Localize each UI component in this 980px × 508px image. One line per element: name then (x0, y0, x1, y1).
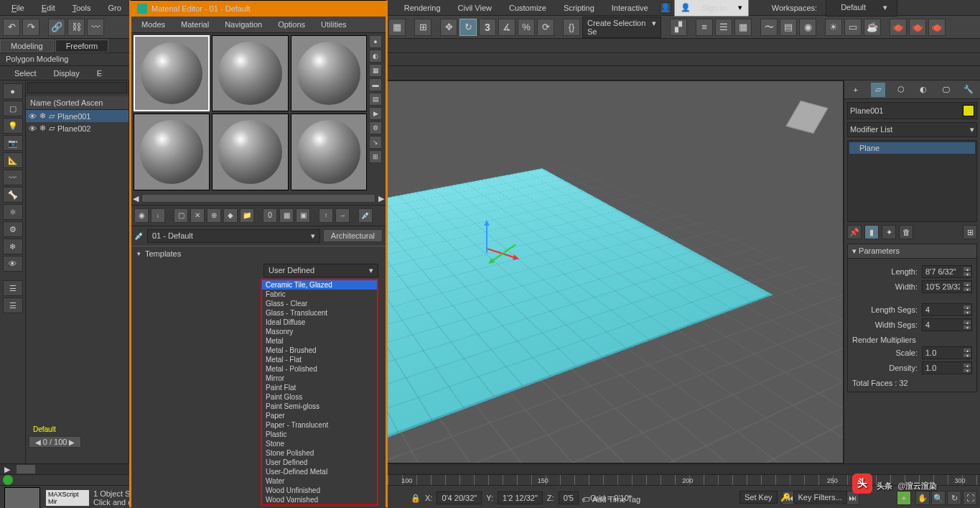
bone-icon[interactable]: 🦴 (3, 187, 23, 203)
dd-item[interactable]: Paper - Translucent (262, 420, 377, 430)
tab-e[interactable]: E (88, 68, 111, 79)
material-id-icon[interactable]: 0 (263, 208, 277, 223)
time-slider-value[interactable]: ◀ 0 / 100 ▶ (29, 436, 81, 448)
orbit-icon[interactable]: ↻ (947, 491, 961, 505)
object-name-field[interactable] (847, 102, 977, 119)
unlink-button[interactable]: ⛓ (67, 19, 85, 36)
tab-create[interactable]: + (849, 83, 863, 97)
add-time-tag[interactable]: 🏷Add Time Tag (582, 495, 640, 504)
scene-item-plane002[interactable]: 👁❄ ▱ Plane002 (26, 122, 129, 134)
dd-item[interactable]: Glass - Clear (262, 299, 377, 308)
dd-item[interactable]: Metal (262, 336, 377, 346)
atom-icon[interactable]: ⚛ (3, 204, 23, 220)
dd-item[interactable]: Wood Varnished (262, 495, 377, 504)
dd-item[interactable]: Wood Unfinished (262, 486, 377, 495)
go-parent-icon[interactable]: ↑ (319, 208, 333, 223)
reset-map-icon[interactable]: ✕ (190, 208, 205, 223)
material-editor-button[interactable]: ◉ (799, 19, 816, 36)
percent-snap[interactable]: % (518, 19, 535, 36)
video-check-icon[interactable]: ▤ (369, 93, 382, 106)
sample-slot-4[interactable] (134, 114, 210, 190)
move-button[interactable]: ✥ (440, 19, 457, 36)
mat-options[interactable]: Options (271, 19, 312, 30)
teapot3-icon[interactable]: 🫖 (928, 19, 946, 36)
get-material-icon[interactable]: ◉ (134, 208, 149, 223)
sample-slot-6[interactable] (291, 114, 367, 190)
scene-item-plane001[interactable]: 👁❄ ▱ Plane001 (26, 110, 129, 122)
spinner-snap[interactable]: ⟳ (537, 19, 554, 36)
list-icon[interactable]: ☰ (3, 280, 23, 296)
maximize-icon[interactable]: ⛶ (963, 491, 977, 505)
angle-snap[interactable]: ∡ (498, 19, 515, 36)
align-tool[interactable]: ≡ (696, 19, 713, 36)
rotate-button[interactable]: ↻ (459, 19, 477, 36)
remove-modifier-icon[interactable]: 🗑 (899, 225, 913, 239)
dd-item[interactable]: Mirror (262, 374, 377, 383)
mat-utilities[interactable]: Utilities (314, 19, 353, 30)
render-frame[interactable]: ▭ (844, 19, 862, 36)
material-name-dropdown[interactable]: 01 - Default▾ (147, 229, 320, 243)
snap-toggle[interactable]: ▦ (388, 19, 406, 36)
make-unique-icon[interactable]: ✦ (882, 225, 896, 239)
tab-select[interactable]: Select (6, 68, 45, 79)
signin-button[interactable]: 👤 Sign In ▾ (674, 0, 749, 17)
menu-tools[interactable]: Tools (64, 1, 100, 14)
sample-slot-5[interactable] (212, 114, 288, 190)
density-spinner[interactable]: ▴▾ (922, 361, 972, 374)
mini-swatch[interactable] (4, 487, 40, 508)
options-icon[interactable]: ⚙ (369, 121, 382, 134)
tab-hierarchy[interactable]: ⬡ (894, 83, 908, 97)
dd-item[interactable]: Paint Semi-gloss (262, 402, 377, 411)
assign-material-icon[interactable]: ▢ (174, 208, 188, 223)
snow-icon[interactable]: ❄ (3, 239, 23, 254)
mat-navigation[interactable]: Navigation (218, 19, 269, 30)
pick-icon[interactable]: 💉 (358, 208, 373, 223)
scale-button[interactable]: 3 (479, 19, 496, 36)
gear-icon[interactable]: ⚙ (3, 221, 23, 237)
dd-item[interactable]: Paper (262, 411, 377, 420)
material-map-nav-icon[interactable]: ⊞ (369, 150, 382, 163)
render-setup[interactable]: ☀ (825, 19, 842, 36)
dd-item[interactable]: Ideal Diffuse (262, 318, 377, 327)
curve-editor[interactable]: 〜 (760, 19, 778, 36)
menu-group[interactable]: Gro (99, 1, 129, 14)
user-defined-dropdown[interactable]: User Defined▾ (263, 264, 378, 277)
dd-item[interactable]: Water (262, 476, 377, 486)
mat-material[interactable]: Material (174, 19, 216, 30)
dd-ceramic-tile[interactable]: Ceramic Tile, Glazed (262, 280, 377, 290)
tab-freeform[interactable]: Freeform (55, 40, 109, 52)
lock-icon[interactable]: 🔒 (411, 494, 421, 503)
sample-slot-2[interactable] (212, 35, 288, 111)
show-end-icon[interactable]: ▣ (296, 208, 310, 223)
configure-modifier-icon[interactable]: ⊞ (963, 225, 977, 239)
show-map-icon[interactable]: ▦ (279, 208, 294, 223)
sample-slot-3[interactable] (291, 35, 367, 111)
setkey-button[interactable]: Set Key (739, 491, 778, 504)
signin-icon[interactable]: 👤 (660, 2, 671, 14)
bind-button[interactable]: 〰 (87, 19, 104, 36)
eye-icon[interactable]: 👁 (3, 256, 23, 272)
dd-item[interactable]: Stone Polished (262, 448, 377, 458)
align-button[interactable]: ⊞ (414, 19, 431, 36)
make-unique-icon[interactable]: ◆ (223, 208, 238, 223)
make-copy-icon[interactable]: ⊕ (207, 208, 221, 223)
teapot-icon[interactable]: 🫖 (890, 19, 907, 36)
selection-set-dropdown[interactable]: Create Selection Se▾ (582, 17, 661, 38)
dd-item[interactable]: Paint Gloss (262, 392, 377, 402)
scene-header[interactable]: Name (Sorted Ascen (26, 96, 129, 110)
sphere-icon[interactable]: ● (3, 83, 23, 99)
key-icon[interactable]: 🔑 (780, 493, 790, 502)
sample-slot-1[interactable] (134, 35, 210, 111)
go-forward-icon[interactable]: → (335, 208, 350, 223)
dd-item[interactable]: Plastic (262, 430, 377, 439)
make-preview-icon[interactable]: ▶ (369, 107, 382, 120)
material-type-button[interactable]: Architectural (323, 229, 383, 242)
templates-rollout[interactable]: Templates (131, 246, 386, 261)
tab-display[interactable]: Display (45, 68, 88, 79)
freeze-icon[interactable]: ❄ (39, 111, 46, 121)
modifier-plane[interactable]: Plane (849, 142, 975, 154)
timeline-play-icon[interactable]: ▶ (0, 465, 14, 474)
scene-search[interactable] (27, 82, 127, 93)
lsegs-spinner[interactable]: ▴▾ (922, 303, 972, 316)
viewcube[interactable] (785, 96, 829, 139)
